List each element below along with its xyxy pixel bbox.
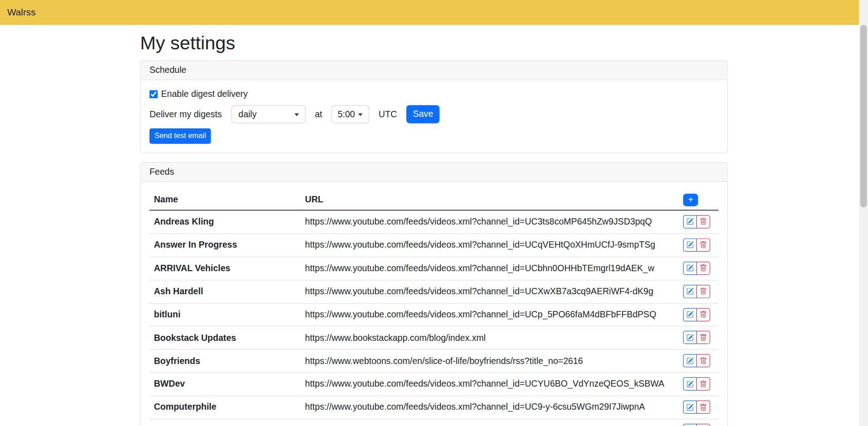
table-row: Ash Hardell https://www.youtube.com/feed… <box>149 280 719 303</box>
feed-name: bitluni <box>149 303 301 326</box>
feed-name: Boyfriends <box>149 349 301 373</box>
pencil-square-icon <box>686 218 694 225</box>
delete-feed-button[interactable] <box>696 215 710 228</box>
feed-name: ARRIVAL Vehicles <box>149 257 301 280</box>
feed-url: https://www.youtube.com/feeds/videos.xml… <box>300 210 679 234</box>
table-row: Bookstack Updates https://www.bookstacka… <box>149 326 719 349</box>
edit-feed-button[interactable] <box>683 354 697 367</box>
feed-actions <box>683 354 710 367</box>
enable-digest-label[interactable]: Enable digest delivery <box>161 89 248 99</box>
trash-icon <box>699 241 707 249</box>
frequency-select-value: daily <box>238 109 256 119</box>
top-navbar: Walrss <box>0 0 859 25</box>
time-select-value: 5:00 <box>338 109 355 119</box>
table-row: Answer In Progress https://www.youtube.c… <box>149 234 719 257</box>
chevron-down-icon <box>294 113 299 116</box>
pencil-square-icon <box>686 241 694 249</box>
feed-url: https://www.bookstackapp.com/blog/index.… <box>300 326 679 349</box>
feed-name: Computerphile <box>149 396 301 419</box>
delete-feed-button[interactable] <box>696 331 710 344</box>
app-viewport: Walrss My settings Schedule Enable diges… <box>0 0 868 426</box>
feed-url: https://www.youtube.com/feeds/videos.xml… <box>300 396 679 419</box>
edit-feed-button[interactable] <box>683 238 697 251</box>
delete-feed-button[interactable] <box>696 285 710 298</box>
frequency-select[interactable]: daily <box>231 105 305 123</box>
pencil-square-icon <box>686 403 694 411</box>
feed-actions <box>683 378 710 391</box>
delivery-settings-row: Deliver my digests daily at 5:00 UTC Sav… <box>149 105 719 123</box>
table-row: Computerphile https://www.youtube.com/fe… <box>149 396 719 419</box>
schedule-card-header: Schedule <box>140 61 727 80</box>
delete-feed-button[interactable] <box>696 401 710 414</box>
edit-feed-button[interactable] <box>683 262 697 275</box>
feed-name: Ash Hardell <box>149 280 301 303</box>
save-button[interactable]: Save <box>406 105 440 123</box>
delete-feed-button[interactable] <box>696 354 710 367</box>
schedule-card-body: Enable digest delivery Deliver my digest… <box>140 80 727 153</box>
table-row: Boyfriends https://www.webtoons.com/en/s… <box>149 349 719 373</box>
edit-feed-button[interactable] <box>683 285 697 298</box>
schedule-card: Schedule Enable digest delivery Deliver … <box>140 60 728 153</box>
test-email-row: Send test email <box>149 128 719 144</box>
edit-feed-button[interactable] <box>683 215 697 228</box>
pencil-square-icon <box>686 288 694 295</box>
feed-url: https://www.youtube.com/feeds/videos.xml… <box>300 234 679 257</box>
feed-actions <box>683 262 710 275</box>
pencil-square-icon <box>686 311 694 318</box>
feed-name: BWDev <box>149 373 301 396</box>
feed-url: https://www.youtube.com/feeds/videos.xml… <box>300 373 679 396</box>
scrollbar-thumb[interactable] <box>860 25 867 207</box>
trash-icon <box>699 218 707 225</box>
chevron-down-icon <box>358 113 363 116</box>
delete-feed-button[interactable] <box>696 378 710 391</box>
pencil-square-icon <box>686 380 694 388</box>
edit-feed-button[interactable] <box>683 308 697 321</box>
trash-icon <box>699 288 707 295</box>
feed-url: https://www.webtoons.com/en/slice-of-lif… <box>300 349 679 373</box>
edit-feed-button[interactable] <box>683 331 697 344</box>
at-label: at <box>315 109 322 119</box>
table-row: bitluni https://www.youtube.com/feeds/vi… <box>149 303 719 326</box>
edit-feed-button[interactable] <box>683 401 697 414</box>
feed-url: https://www.youtube.com/feeds/videos.xml… <box>300 303 679 326</box>
feeds-table: Name URL + Andreas Kling https://www.you… <box>149 191 719 426</box>
feed-name: Andreas Kling <box>149 210 301 234</box>
feed-url: https://www.youtube.com/feeds/videos.xml… <box>300 257 679 280</box>
deliver-digests-label: Deliver my digests <box>149 109 222 119</box>
vertical-scrollbar[interactable] <box>859 0 868 426</box>
url-column-header: URL <box>300 191 679 210</box>
add-feed-button[interactable]: + <box>683 193 698 206</box>
pencil-square-icon <box>686 357 694 364</box>
delete-feed-button[interactable] <box>696 262 710 275</box>
pencil-square-icon <box>686 334 694 341</box>
name-column-header: Name <box>149 191 301 210</box>
timezone-label: UTC <box>379 109 397 119</box>
trash-icon <box>699 403 707 411</box>
send-test-email-button[interactable]: Send test email <box>149 128 211 144</box>
enable-digest-row: Enable digest delivery <box>149 89 719 99</box>
feed-name: Answer In Progress <box>149 234 301 257</box>
edit-feed-button[interactable] <box>683 378 697 391</box>
feeds-table-header-row: Name URL + <box>149 191 719 210</box>
table-row: BWDev https://www.youtube.com/feeds/vide… <box>149 373 719 396</box>
delete-feed-button[interactable] <box>696 424 710 426</box>
feeds-card-body: Name URL + Andreas Kling https://www.you… <box>140 182 727 426</box>
enable-digest-checkbox[interactable] <box>149 90 158 98</box>
time-select[interactable]: 5:00 <box>332 105 369 123</box>
main-container: My settings Schedule Enable digest deliv… <box>140 32 728 426</box>
feed-url: https://www.youtube.com/feeds/videos.xml… <box>300 419 679 426</box>
trash-icon <box>699 334 707 341</box>
trash-icon <box>699 357 707 364</box>
brand-link[interactable]: Walrss <box>7 7 36 18</box>
page-title: My settings <box>140 32 728 54</box>
edit-feed-button[interactable] <box>683 424 697 426</box>
feeds-card: Feeds Name URL + Andre <box>140 162 728 426</box>
trash-icon <box>699 264 707 272</box>
delete-feed-button[interactable] <box>696 308 710 321</box>
feed-actions <box>683 215 710 228</box>
table-row: Fireship https://www.youtube.com/feeds/v… <box>149 419 719 426</box>
feed-actions <box>683 238 710 251</box>
table-row: Andreas Kling https://www.youtube.com/fe… <box>149 210 719 234</box>
delete-feed-button[interactable] <box>696 238 710 251</box>
feed-actions <box>683 424 710 426</box>
